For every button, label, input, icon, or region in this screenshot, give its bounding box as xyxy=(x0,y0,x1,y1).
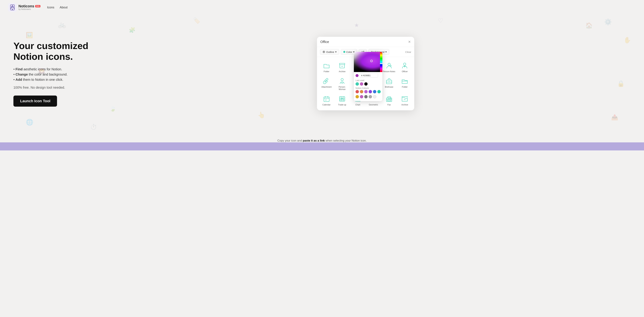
card-search-bar: ✕ xyxy=(317,37,414,47)
archive-label: Archive xyxy=(339,70,346,73)
last-used-colors xyxy=(354,82,382,86)
folder2-label: Folder xyxy=(402,86,408,88)
archive2-label: Archive xyxy=(401,104,408,106)
notion-color-teal[interactable] xyxy=(377,90,381,93)
icon-cell-attachment[interactable]: Attachment xyxy=(319,75,334,92)
geometric-label: Geometric xyxy=(369,104,378,106)
notion-color-purple[interactable] xyxy=(364,90,368,93)
icon-cell-person-woman[interactable]: Person-Woman xyxy=(334,75,350,92)
svg-point-19 xyxy=(341,78,343,81)
paste-as-link-text: paste it as a link xyxy=(303,139,325,142)
notion-color-red[interactable] xyxy=(356,90,359,93)
tag-deco-icon: 🏷️ xyxy=(193,17,200,24)
svg-point-46 xyxy=(390,98,391,99)
chart-label: Chart xyxy=(355,104,360,106)
briefcase-label: Briefcase xyxy=(385,86,393,88)
color-hex-row xyxy=(354,72,382,78)
svg-rect-45 xyxy=(388,100,391,101)
last-used-color-1[interactable] xyxy=(356,82,359,86)
globe-deco-icon: 🌐 xyxy=(26,119,33,126)
person-woman-label: Person-Woman xyxy=(336,86,348,91)
logo-title-text: Noticons xyxy=(18,4,34,8)
logo-icon xyxy=(8,3,17,12)
outline-icon xyxy=(322,51,325,53)
hero-right-panel: ✕ Outline ▾ Color ▾ xyxy=(100,37,630,110)
dashboard-deco-icon: ⏱️ xyxy=(90,124,97,130)
icon-cell-archive[interactable]: Archive xyxy=(334,60,350,74)
notion-color-dark-gray[interactable] xyxy=(364,95,368,98)
notion-color-light[interactable] xyxy=(373,95,376,98)
close-icon[interactable]: ✕ xyxy=(408,40,411,44)
bullet-change: • Change the color and background. xyxy=(14,73,100,76)
folder-icon xyxy=(323,62,330,69)
outline-chevron-icon: ▾ xyxy=(335,50,336,53)
puzzle-deco-icon: 🧩 xyxy=(129,27,136,33)
archive-icon xyxy=(338,62,346,69)
trade-up-icon xyxy=(338,95,346,103)
icon-cell-person-notes[interactable]: Person-Notes xyxy=(382,60,396,74)
attachment-icon xyxy=(323,77,330,85)
finger-deco-icon: 👆 xyxy=(258,112,265,119)
last-used-color-2[interactable] xyxy=(360,82,363,86)
notion-color-violet[interactable] xyxy=(368,90,372,93)
attachment-label: Attachment xyxy=(321,86,332,88)
svg-rect-34 xyxy=(340,97,345,101)
gear-deco-icon: ⚙️ xyxy=(604,19,612,26)
officer-label: Officer xyxy=(402,70,408,73)
hue-strip[interactable] xyxy=(380,52,382,72)
notion-colors-row2 xyxy=(354,95,382,99)
outline-button[interactable]: Outline ▾ xyxy=(320,49,339,55)
calendar-icon: 12 xyxy=(323,95,330,103)
last-used-label: Last used xyxy=(354,78,382,82)
svg-point-4 xyxy=(323,51,324,52)
calendar-label: Calendar xyxy=(322,104,330,106)
svg-point-1 xyxy=(12,9,13,10)
icon-cell-archive2[interactable]: Archive xyxy=(397,93,412,108)
trade-up-label: Trade-up xyxy=(338,104,346,106)
nav-about-link[interactable]: About xyxy=(60,6,68,9)
icon-cell-calendar[interactable]: 12 Calendar xyxy=(319,93,334,108)
person-woman-icon xyxy=(338,77,346,85)
notion-color-gray[interactable] xyxy=(368,95,372,98)
hero-tagline: 100% free. No design tool needed. xyxy=(14,86,100,90)
person-notes-icon xyxy=(386,62,393,69)
fax-label: Fax xyxy=(388,104,391,106)
notion-colors-row1 xyxy=(354,90,382,94)
bicycle-deco-icon: 🚲 xyxy=(58,21,66,28)
bullet-add: • Add them to Notion in one click. xyxy=(14,78,100,82)
icon-cell-officer[interactable]: Officer xyxy=(397,60,412,74)
navbar: Noticons beta by Notioneers Icons About xyxy=(0,0,644,15)
bullet-find: • Find aesthetic icons for Notion. xyxy=(14,67,100,71)
footer-strip xyxy=(0,142,644,150)
hero-left-panel: Your customized Notion icons. • Find aes… xyxy=(14,41,100,107)
color-hex-input[interactable] xyxy=(360,73,378,78)
hero-bullets: • Find aesthetic icons for Notion. • Cha… xyxy=(14,67,100,82)
notion-colours-label: Notion Colours xyxy=(354,86,382,90)
svg-point-18 xyxy=(404,63,406,65)
icon-cell-fax[interactable]: Fax xyxy=(382,93,396,108)
notion-color-blue[interactable] xyxy=(373,90,376,93)
logo-text: Noticons beta by Notioneers xyxy=(18,4,40,11)
icon-tool-card: ✕ Outline ▾ Color ▾ xyxy=(317,37,414,110)
last-used-color-3[interactable] xyxy=(364,82,368,86)
clear-button[interactable]: Clear xyxy=(405,51,411,53)
color-gradient-area[interactable] xyxy=(354,52,382,72)
color-picker-popup[interactable]: Last used Notion Colours xyxy=(354,52,382,101)
notion-color-orange[interactable] xyxy=(360,90,363,93)
icon-cell-folder[interactable]: Folder xyxy=(319,60,334,74)
hue-cursor xyxy=(380,63,382,64)
notion-color-yellow[interactable] xyxy=(356,95,359,98)
icon-cell-trade-up[interactable]: Trade-up xyxy=(334,93,350,108)
archive2-icon xyxy=(401,95,408,103)
officer-icon xyxy=(401,62,408,69)
color-swatch-preview xyxy=(356,74,358,77)
fax-icon xyxy=(386,95,393,103)
notion-color-pink[interactable] xyxy=(360,95,363,98)
search-input[interactable] xyxy=(320,40,408,44)
icon-cell-folder2[interactable]: Folder xyxy=(397,75,412,92)
color-cursor[interactable] xyxy=(370,60,373,62)
nav-icons-link[interactable]: Icons xyxy=(47,6,54,9)
star-deco-icon: ★ xyxy=(354,22,359,28)
icon-cell-briefcase[interactable]: Briefcase xyxy=(382,75,396,92)
launch-icon-tool-button[interactable]: Launch Icon Tool xyxy=(14,96,57,107)
